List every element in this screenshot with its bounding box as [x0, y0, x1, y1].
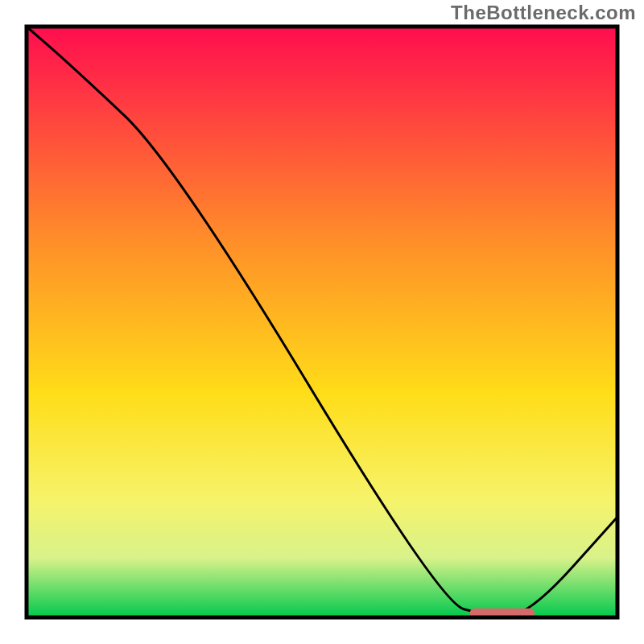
- watermark-text: TheBottleneck.com: [451, 2, 636, 24]
- plot-background: [27, 27, 617, 617]
- bottleneck-chart: [0, 0, 644, 644]
- chart-container: { "watermark": "TheBottleneck.com", "cha…: [0, 0, 644, 644]
